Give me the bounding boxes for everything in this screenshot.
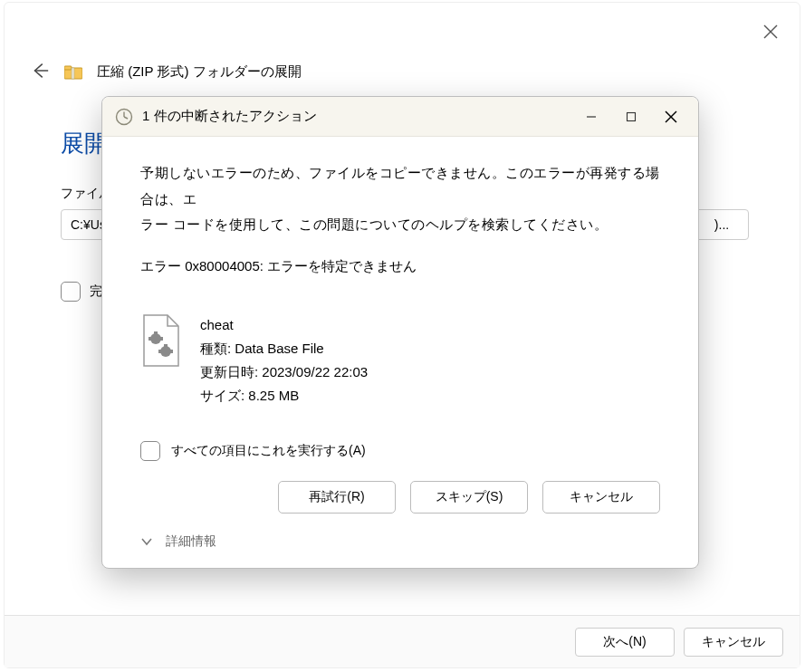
skip-button-label: スキップ(S)	[436, 489, 503, 505]
next-button[interactable]: 次へ(N)	[575, 628, 675, 657]
maximize-icon	[626, 111, 637, 122]
back-button[interactable]	[30, 61, 50, 83]
show-when-complete-checkbox[interactable]	[61, 282, 81, 302]
apply-all-label: すべての項目にこれを実行する(A)	[171, 443, 366, 459]
svg-rect-16	[159, 337, 163, 341]
arrow-left-icon	[30, 61, 50, 81]
wizard-title: 圧縮 (ZIP 形式) フォルダーの展開	[97, 63, 302, 81]
wizard-footer: 次へ(N) キャンセル	[5, 615, 800, 667]
error-dialog: 1 件の中断されたアクション 予期しないエラーのため、ファイルをコピーできません…	[101, 96, 699, 569]
file-name: cheat	[200, 313, 368, 337]
minimize-icon	[586, 111, 597, 122]
file-type: 種類: Data Base File	[200, 337, 368, 360]
svg-rect-10	[628, 112, 636, 120]
cancel-button[interactable]: キャンセル	[684, 628, 783, 657]
file-modified: 更新日時: 2023/09/22 22:03	[200, 360, 368, 384]
dialog-close-button[interactable]	[651, 103, 691, 130]
cancel-button-label: キャンセル	[702, 634, 765, 650]
svg-rect-18	[164, 344, 168, 348]
close-icon	[665, 110, 677, 123]
svg-rect-14	[154, 331, 158, 335]
dialog-titlebar: 1 件の中断されたアクション	[102, 97, 698, 137]
retry-button-label: 再試行(R)	[309, 489, 364, 505]
file-details: cheat 種類: Data Base File 更新日時: 2023/09/2…	[140, 313, 660, 408]
svg-rect-20	[169, 350, 173, 353]
error-message-line1: 予期しないエラーのため、ファイルをコピーできません。このエラーが再発する場合は、…	[140, 165, 660, 206]
browse-button-label: )...	[714, 217, 729, 232]
error-message: 予期しないエラーのため、ファイルをコピーできません。このエラーが再発する場合は、…	[140, 160, 660, 238]
file-icon	[140, 313, 182, 368]
svg-rect-15	[149, 337, 152, 341]
details-label: 詳細情報	[166, 533, 216, 550]
dialog-cancel-button-label: キャンセル	[570, 489, 633, 505]
svg-rect-4	[64, 66, 72, 70]
dialog-minimize-button[interactable]	[571, 103, 611, 130]
svg-rect-19	[158, 350, 162, 353]
next-button-label: 次へ(N)	[603, 634, 646, 650]
retry-button[interactable]: 再試行(R)	[278, 481, 396, 514]
error-code: エラー 0x80004005: エラーを特定できません	[140, 258, 660, 275]
svg-rect-5	[72, 68, 74, 79]
dialog-title: 1 件の中断されたアクション	[142, 108, 571, 125]
chevron-down-icon	[140, 535, 153, 548]
outer-close-button[interactable]	[763, 24, 778, 42]
error-message-line2: ラー コードを使用して、この問題についてのヘルプを検索してください。	[140, 216, 608, 232]
close-icon	[763, 24, 778, 39]
skip-button[interactable]: スキップ(S)	[410, 481, 528, 514]
details-toggle[interactable]: 詳細情報	[140, 533, 216, 550]
show-when-complete-label: 完	[90, 283, 102, 300]
zip-folder-icon	[64, 65, 82, 80]
dialog-maximize-button[interactable]	[611, 103, 651, 130]
clock-icon	[115, 108, 133, 126]
file-size: サイズ: 8.25 MB	[200, 384, 368, 408]
browse-button[interactable]: )...	[695, 209, 749, 240]
dialog-cancel-button[interactable]: キャンセル	[542, 481, 660, 514]
apply-all-checkbox[interactable]	[140, 441, 160, 461]
